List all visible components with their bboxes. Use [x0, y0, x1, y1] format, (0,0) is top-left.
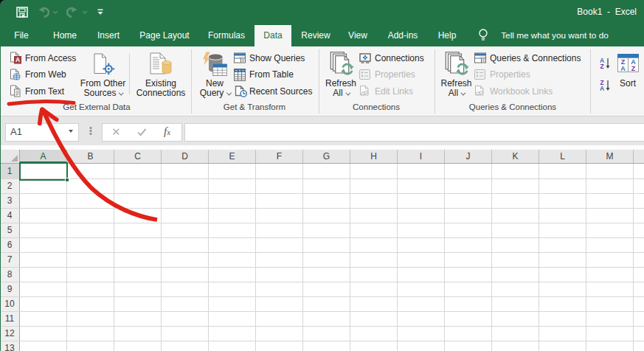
svg-text:Z: Z — [621, 58, 626, 66]
svg-text:Z: Z — [600, 63, 603, 69]
svg-text:A: A — [631, 58, 636, 66]
svg-text:A: A — [15, 56, 20, 63]
svg-text:A: A — [620, 65, 626, 72]
svg-text:Z: Z — [631, 65, 636, 72]
svg-text:A: A — [600, 85, 604, 91]
